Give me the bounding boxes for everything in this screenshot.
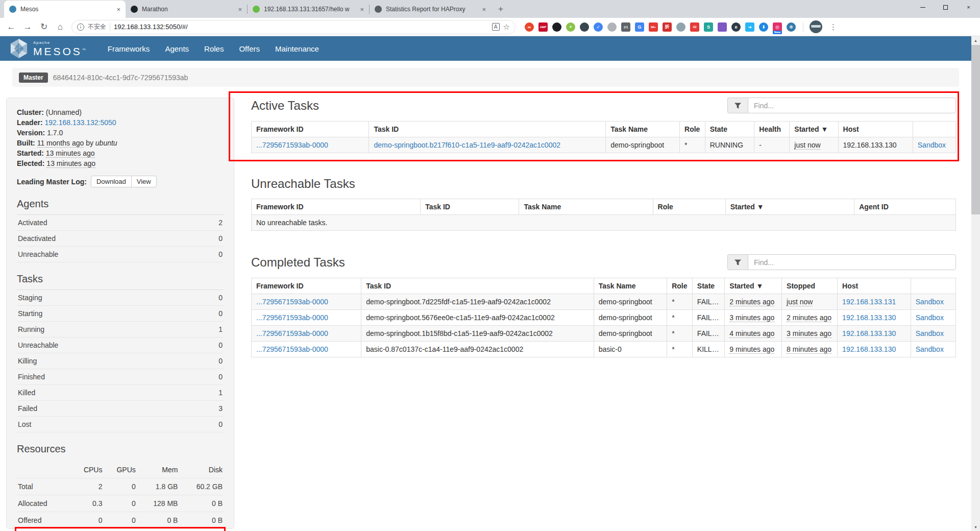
task-link[interactable]: demo-springboot.b217f610-c1a5-11e9-aaf9-… — [374, 141, 560, 149]
framework-link[interactable]: ...7295671593ab-0000 — [256, 298, 328, 306]
sandbox-link[interactable]: Sandbox — [916, 329, 944, 337]
mesos-brand[interactable]: ApacheMESOS™ — [9, 38, 86, 59]
download-arrow-extension-icon[interactable]: ⬇ — [759, 22, 768, 32]
host-link[interactable]: 192.168.133.131 — [842, 298, 896, 306]
column-header[interactable]: Task Name — [519, 199, 653, 215]
column-header[interactable]: Framework ID — [252, 122, 369, 137]
column-header[interactable]: Framework ID — [252, 199, 421, 215]
sandbox-link[interactable]: Sandbox — [916, 313, 944, 322]
column-header[interactable]: Task ID — [361, 278, 594, 294]
column-header[interactable]: Started ▼ — [725, 278, 782, 294]
zhe-coupon-extension-icon[interactable]: 折 — [663, 22, 672, 32]
tab-close-icon[interactable]: × — [238, 6, 242, 13]
nav-item-roles[interactable]: Roles — [197, 37, 231, 60]
scroll-up-arrow-icon[interactable]: ▲ — [971, 36, 980, 44]
scrollbar-thumb[interactable] — [971, 45, 980, 214]
nav-item-agents[interactable]: Agents — [157, 37, 197, 60]
stat-row: Failed3 — [17, 401, 224, 417]
column-header[interactable]: Started ▼ — [725, 199, 854, 215]
column-header[interactable]: State — [692, 278, 724, 294]
sandbox-link[interactable]: Sandbox — [916, 345, 944, 353]
column-header[interactable]: State — [705, 122, 754, 137]
url-text[interactable]: 192.168.133.132:5050/#/ — [114, 23, 488, 31]
active-find-input[interactable] — [748, 98, 956, 113]
github-cat-extension-icon[interactable] — [552, 22, 561, 32]
leader-link[interactable]: 192.168.133.132:5050 — [44, 118, 116, 127]
purple-doc-extension-icon[interactable] — [718, 22, 727, 32]
view-log-button[interactable]: View — [131, 176, 157, 187]
completed-find-input[interactable] — [748, 254, 956, 270]
reload-icon[interactable]: ↻ — [37, 20, 51, 34]
gray-blue-extension-icon[interactable] — [676, 22, 685, 32]
column-header[interactable]: Task ID — [421, 199, 519, 215]
download-log-button[interactable]: Download — [91, 176, 132, 187]
host-link[interactable]: 192.168.133.130 — [842, 313, 896, 322]
info-value: 11 months ago — [37, 139, 84, 148]
column-header[interactable]: Host — [838, 278, 911, 294]
forward-icon[interactable]: → — [20, 20, 35, 34]
maximize-button[interactable] — [934, 0, 957, 14]
knot-extension-icon[interactable]: ✻ — [787, 22, 796, 32]
sandbox-link[interactable]: Sandbox — [918, 141, 946, 149]
profile-avatar[interactable] — [810, 20, 822, 33]
tab-close-icon[interactable]: × — [360, 6, 364, 13]
home-icon[interactable]: ⌂ — [53, 20, 67, 34]
google-translate-extension-icon[interactable]: G — [635, 22, 644, 32]
active-filter-group — [727, 98, 956, 113]
dark-e-extension-icon[interactable]: e — [731, 22, 741, 32]
tab-close-icon[interactable]: × — [482, 6, 486, 13]
address-bar[interactable]: i 不安全 192.168.133.132:5050/#/ A ☆ — [71, 20, 516, 34]
insta-new-extension-icon[interactable]: ◎New — [773, 22, 782, 32]
column-header[interactable]: Framework ID — [252, 278, 361, 294]
column-header[interactable]: Stopped — [782, 278, 838, 294]
framework-link[interactable]: ...7295671593ab-0000 — [256, 313, 328, 322]
minimize-button[interactable] — [911, 0, 934, 14]
framework-link[interactable]: ...7295671593ab-0000 — [256, 345, 328, 353]
info-icon[interactable]: i — [77, 23, 84, 31]
bookmark-star-icon[interactable]: ☆ — [503, 22, 510, 32]
column-header[interactable] — [913, 122, 955, 137]
column-header[interactable]: Role — [667, 278, 693, 294]
shimo-s-extension-icon[interactable]: S — [704, 22, 713, 32]
column-header[interactable]: Task Name — [606, 122, 680, 137]
translate-icon[interactable]: A — [492, 23, 500, 31]
close-window-button[interactable]: × — [957, 0, 980, 14]
column-header[interactable]: Started ▼ — [790, 122, 838, 137]
browser-menu-icon[interactable]: ⋮ — [829, 22, 837, 32]
browser-tab[interactable]: Statistics Report for HAProxy× — [370, 1, 491, 18]
column-header[interactable]: Role — [653, 199, 725, 215]
host-link[interactable]: 192.168.133.130 — [842, 345, 896, 353]
gray-orange-extension-icon[interactable] — [607, 22, 617, 32]
column-header[interactable]: Host — [838, 122, 913, 137]
nav-item-frameworks[interactable]: Frameworks — [100, 37, 158, 60]
vertical-scrollbar[interactable]: ▲ ▼ — [971, 36, 980, 531]
browser-tab[interactable]: 192.168.133.131:31657/hello w× — [248, 1, 369, 18]
check-blue-extension-icon[interactable]: ✓ — [594, 22, 603, 32]
host-link[interactable]: 192.168.133.130 — [842, 329, 896, 337]
framework-link[interactable]: ...7295671593ab-0000 — [256, 141, 328, 149]
column-header[interactable]: Health — [754, 122, 790, 137]
framework-link[interactable]: ...7295671593ab-0000 — [256, 329, 328, 337]
octotree-extension-icon[interactable] — [580, 22, 589, 32]
back-icon[interactable]: ← — [4, 20, 18, 34]
browser-tab[interactable]: Marathon× — [126, 1, 247, 18]
column-header[interactable]: Agent ID — [854, 199, 956, 215]
sandbox-link[interactable]: Sandbox — [916, 298, 944, 306]
column-header[interactable]: Task Name — [594, 278, 667, 294]
column-header[interactable]: Task ID — [369, 122, 606, 137]
json-braces-extension-icon[interactable]: {≡} — [621, 22, 630, 32]
downloadhelper-extension-icon[interactable]: ∞ — [525, 22, 534, 32]
scroll-down-arrow-icon[interactable]: ▼ — [971, 523, 980, 531]
column-header[interactable]: Role — [680, 122, 705, 137]
nav-item-maintenance[interactable]: Maintenance — [267, 37, 327, 60]
red-mail-extension-icon[interactable]: ✉ — [690, 22, 699, 32]
adblock-plus-extension-icon[interactable]: ABP — [538, 22, 548, 32]
column-header[interactable] — [911, 278, 955, 294]
green-plus-extension-icon[interactable]: + — [566, 22, 575, 32]
browser-tab[interactable]: Mesos× — [4, 1, 126, 18]
badge-99-extension-icon[interactable]: 99+ — [649, 22, 658, 32]
blue-share-extension-icon[interactable]: ➜ — [745, 22, 754, 32]
tab-close-icon[interactable]: × — [116, 6, 120, 13]
nav-item-offers[interactable]: Offers — [231, 37, 267, 60]
new-tab-button[interactable]: + — [494, 3, 507, 16]
